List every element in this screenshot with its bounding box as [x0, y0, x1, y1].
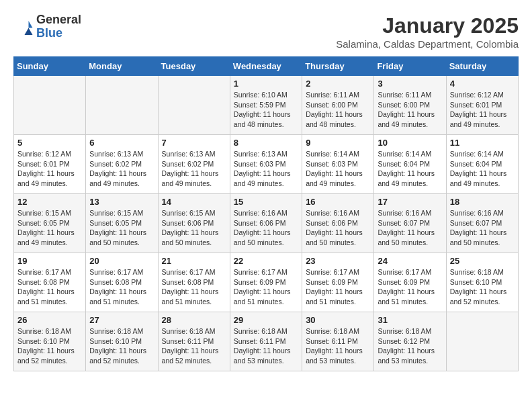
calendar-day-22: 22Sunrise: 6:17 AM Sunset: 6:09 PM Dayli…: [230, 253, 302, 312]
day-number: 24: [378, 256, 442, 266]
day-number: 28: [162, 315, 226, 325]
day-number: 23: [306, 256, 370, 266]
day-info: Sunrise: 6:18 AM Sunset: 6:10 PM Dayligh…: [17, 326, 82, 366]
day-info: Sunrise: 6:15 AM Sunset: 6:05 PM Dayligh…: [17, 208, 82, 248]
calendar-day-15: 15Sunrise: 6:16 AM Sunset: 6:06 PM Dayli…: [230, 194, 302, 253]
weekday-header-wednesday: Wednesday: [230, 57, 302, 76]
calendar-week-1: 1Sunrise: 6:10 AM Sunset: 5:59 PM Daylig…: [14, 76, 519, 135]
day-number: 17: [378, 197, 442, 207]
day-info: Sunrise: 6:14 AM Sunset: 6:04 PM Dayligh…: [378, 149, 442, 189]
day-info: Sunrise: 6:18 AM Sunset: 6:11 PM Dayligh…: [306, 326, 370, 366]
empty-cell: [158, 76, 230, 135]
calendar-week-5: 26Sunrise: 6:18 AM Sunset: 6:10 PM Dayli…: [14, 312, 519, 371]
calendar-day-18: 18Sunrise: 6:16 AM Sunset: 6:07 PM Dayli…: [446, 194, 518, 253]
weekday-header-tuesday: Tuesday: [158, 57, 230, 76]
calendar-day-6: 6Sunrise: 6:13 AM Sunset: 6:02 PM Daylig…: [86, 135, 158, 194]
empty-cell: [446, 312, 518, 371]
title-block: January 2025 Salamina, Caldas Department…: [336, 13, 519, 50]
day-number: 30: [306, 315, 370, 325]
calendar-week-2: 5Sunrise: 6:12 AM Sunset: 6:01 PM Daylig…: [14, 135, 519, 194]
calendar-day-8: 8Sunrise: 6:13 AM Sunset: 6:03 PM Daylig…: [230, 135, 302, 194]
weekday-row: SundayMondayTuesdayWednesdayThursdayFrid…: [14, 57, 519, 76]
calendar-header: SundayMondayTuesdayWednesdayThursdayFrid…: [14, 57, 519, 76]
calendar-day-28: 28Sunrise: 6:18 AM Sunset: 6:11 PM Dayli…: [158, 312, 230, 371]
day-number: 6: [89, 138, 154, 148]
day-info: Sunrise: 6:14 AM Sunset: 6:04 PM Dayligh…: [450, 149, 515, 189]
weekday-header-monday: Monday: [86, 57, 158, 76]
day-info: Sunrise: 6:16 AM Sunset: 6:06 PM Dayligh…: [234, 208, 298, 248]
day-info: Sunrise: 6:10 AM Sunset: 5:59 PM Dayligh…: [234, 90, 298, 130]
calendar-day-10: 10Sunrise: 6:14 AM Sunset: 6:04 PM Dayli…: [374, 135, 446, 194]
day-number: 5: [17, 138, 82, 148]
page-header: General Blue January 2025 Salamina, Cald…: [13, 13, 519, 50]
day-number: 4: [450, 79, 515, 89]
day-info: Sunrise: 6:18 AM Sunset: 6:11 PM Dayligh…: [162, 326, 226, 366]
weekday-header-thursday: Thursday: [302, 57, 374, 76]
calendar-day-7: 7Sunrise: 6:13 AM Sunset: 6:02 PM Daylig…: [158, 135, 230, 194]
day-info: Sunrise: 6:18 AM Sunset: 6:10 PM Dayligh…: [450, 267, 515, 307]
month-title: January 2025: [336, 13, 519, 38]
calendar-day-9: 9Sunrise: 6:14 AM Sunset: 6:03 PM Daylig…: [302, 135, 374, 194]
svg-marker-1: [25, 28, 33, 35]
day-info: Sunrise: 6:16 AM Sunset: 6:07 PM Dayligh…: [378, 208, 442, 248]
calendar-day-2: 2Sunrise: 6:11 AM Sunset: 6:00 PM Daylig…: [302, 76, 374, 135]
day-info: Sunrise: 6:14 AM Sunset: 6:03 PM Dayligh…: [306, 149, 370, 189]
calendar-day-1: 1Sunrise: 6:10 AM Sunset: 5:59 PM Daylig…: [230, 76, 302, 135]
calendar-day-12: 12Sunrise: 6:15 AM Sunset: 6:05 PM Dayli…: [14, 194, 86, 253]
day-number: 16: [306, 197, 370, 207]
calendar-day-13: 13Sunrise: 6:15 AM Sunset: 6:05 PM Dayli…: [86, 194, 158, 253]
day-number: 9: [306, 138, 370, 148]
calendar-day-17: 17Sunrise: 6:16 AM Sunset: 6:07 PM Dayli…: [374, 194, 446, 253]
day-info: Sunrise: 6:13 AM Sunset: 6:03 PM Dayligh…: [234, 149, 298, 189]
day-number: 18: [450, 197, 515, 207]
day-number: 1: [234, 79, 298, 89]
calendar-day-5: 5Sunrise: 6:12 AM Sunset: 6:01 PM Daylig…: [14, 135, 86, 194]
day-info: Sunrise: 6:17 AM Sunset: 6:08 PM Dayligh…: [17, 267, 82, 307]
day-info: Sunrise: 6:16 AM Sunset: 6:06 PM Dayligh…: [306, 208, 370, 248]
day-info: Sunrise: 6:18 AM Sunset: 6:10 PM Dayligh…: [89, 326, 154, 366]
calendar-day-24: 24Sunrise: 6:17 AM Sunset: 6:09 PM Dayli…: [374, 253, 446, 312]
day-info: Sunrise: 6:11 AM Sunset: 6:00 PM Dayligh…: [378, 90, 442, 130]
day-number: 11: [450, 138, 515, 148]
calendar-day-3: 3Sunrise: 6:11 AM Sunset: 6:00 PM Daylig…: [374, 76, 446, 135]
day-number: 29: [234, 315, 298, 325]
calendar-day-11: 11Sunrise: 6:14 AM Sunset: 6:04 PM Dayli…: [446, 135, 518, 194]
day-number: 12: [17, 197, 82, 207]
logo: General Blue: [13, 13, 81, 40]
weekday-header-saturday: Saturday: [446, 57, 518, 76]
svg-marker-0: [29, 21, 33, 28]
day-info: Sunrise: 6:13 AM Sunset: 6:02 PM Dayligh…: [89, 149, 154, 189]
day-number: 26: [17, 315, 82, 325]
day-info: Sunrise: 6:17 AM Sunset: 6:09 PM Dayligh…: [234, 267, 298, 307]
day-info: Sunrise: 6:12 AM Sunset: 6:01 PM Dayligh…: [450, 90, 515, 130]
empty-cell: [86, 76, 158, 135]
day-info: Sunrise: 6:15 AM Sunset: 6:06 PM Dayligh…: [162, 208, 226, 248]
day-number: 2: [306, 79, 370, 89]
location-title: Salamina, Caldas Department, Colombia: [336, 38, 519, 50]
weekday-header-friday: Friday: [374, 57, 446, 76]
calendar-day-25: 25Sunrise: 6:18 AM Sunset: 6:10 PM Dayli…: [446, 253, 518, 312]
day-number: 27: [89, 315, 154, 325]
calendar-day-30: 30Sunrise: 6:18 AM Sunset: 6:11 PM Dayli…: [302, 312, 374, 371]
day-info: Sunrise: 6:12 AM Sunset: 6:01 PM Dayligh…: [17, 149, 82, 189]
day-info: Sunrise: 6:16 AM Sunset: 6:07 PM Dayligh…: [450, 208, 515, 248]
day-number: 22: [234, 256, 298, 266]
logo-icon: [13, 17, 34, 37]
calendar-day-20: 20Sunrise: 6:17 AM Sunset: 6:08 PM Dayli…: [86, 253, 158, 312]
day-number: 21: [162, 256, 226, 266]
calendar-day-14: 14Sunrise: 6:15 AM Sunset: 6:06 PM Dayli…: [158, 194, 230, 253]
calendar-day-26: 26Sunrise: 6:18 AM Sunset: 6:10 PM Dayli…: [14, 312, 86, 371]
day-info: Sunrise: 6:15 AM Sunset: 6:05 PM Dayligh…: [89, 208, 154, 248]
calendar-day-27: 27Sunrise: 6:18 AM Sunset: 6:10 PM Dayli…: [86, 312, 158, 371]
day-number: 15: [234, 197, 298, 207]
empty-cell: [14, 76, 86, 135]
calendar-week-3: 12Sunrise: 6:15 AM Sunset: 6:05 PM Dayli…: [14, 194, 519, 253]
day-number: 3: [378, 79, 442, 89]
weekday-header-sunday: Sunday: [14, 57, 86, 76]
calendar-day-29: 29Sunrise: 6:18 AM Sunset: 6:11 PM Dayli…: [230, 312, 302, 371]
calendar-day-19: 19Sunrise: 6:17 AM Sunset: 6:08 PM Dayli…: [14, 253, 86, 312]
day-number: 14: [162, 197, 226, 207]
logo-blue: Blue: [36, 27, 81, 40]
calendar-day-16: 16Sunrise: 6:16 AM Sunset: 6:06 PM Dayli…: [302, 194, 374, 253]
day-info: Sunrise: 6:18 AM Sunset: 6:12 PM Dayligh…: [378, 326, 442, 366]
